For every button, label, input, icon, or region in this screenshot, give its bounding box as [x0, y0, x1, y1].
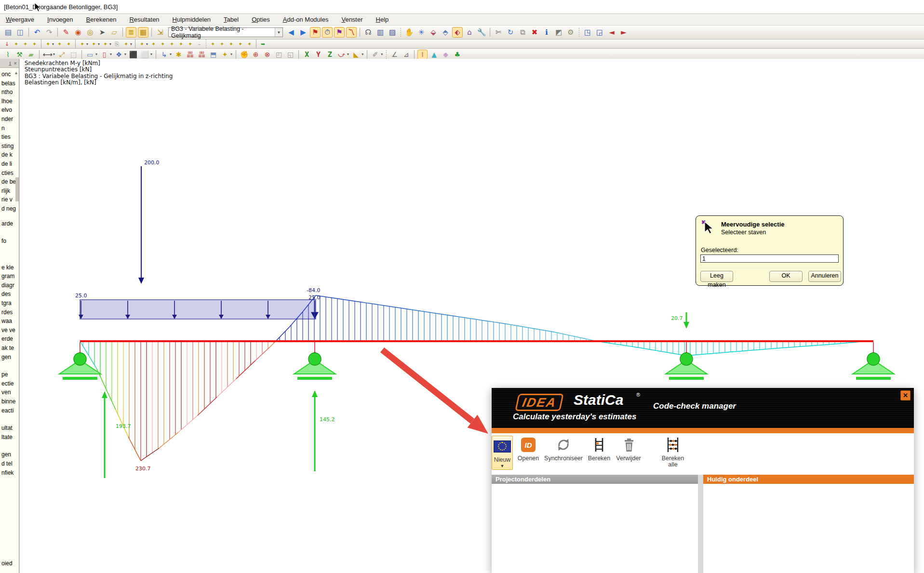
idea-id-icon: ID: [521, 438, 536, 452]
nieuw-button[interactable]: Nieuw▼: [492, 436, 513, 470]
multiple-selection-dialog: ✖ Meervoudige selectie Selecteer staven …: [696, 215, 844, 286]
idea-logo: IDEA: [515, 394, 564, 411]
ok-button[interactable]: OK: [769, 271, 803, 282]
panel-header-current: Huidig onderdeel: [703, 475, 914, 484]
openen-button[interactable]: IDOpenen: [517, 436, 539, 462]
trash-icon: [621, 437, 636, 453]
bereken-alle-button[interactable]: Bereken alle: [656, 436, 690, 468]
button-label: Verwijder: [616, 455, 641, 462]
selected-count-input[interactable]: [700, 254, 839, 263]
button-label: Synchroniseer: [544, 455, 583, 462]
svg-text:145.2: 145.2: [320, 416, 335, 423]
selected-label: Geselecteerd:: [701, 247, 738, 253]
verwijder-button[interactable]: Verwijder: [614, 436, 643, 462]
registered-mark: ®: [636, 392, 640, 398]
abacus-icon: [665, 437, 681, 453]
panel-body-project[interactable]: [492, 484, 698, 573]
ladder-icon: [592, 437, 606, 453]
dialog-separator: [699, 268, 841, 269]
synchroniseer-button[interactable]: Synchroniseer: [541, 436, 586, 462]
idea-statica-window: IDEA StatiCa ® Code-check manager Calcul…: [492, 388, 914, 573]
svg-text:230.7: 230.7: [135, 466, 151, 472]
panel-header-project: Projectonderdelen: [492, 475, 698, 484]
svg-text:25.0: 25.0: [308, 294, 321, 301]
svg-text:193.7: 193.7: [116, 423, 131, 429]
eu-flag-icon: [494, 440, 511, 453]
idea-logo-text: StatiCa: [574, 392, 623, 408]
panel-divider[interactable]: [698, 475, 703, 573]
tagline: Calculate yesterday's estimates: [513, 412, 636, 422]
select-cursor-icon: ✖: [701, 220, 714, 234]
button-label: Nieuw: [494, 457, 511, 463]
svg-text:-84.0: -84.0: [307, 287, 320, 293]
svg-text:25.0: 25.0: [75, 293, 87, 299]
panel-body-current[interactable]: [703, 484, 914, 573]
button-label: Bereken alle: [662, 455, 684, 468]
close-button[interactable]: ✕: [900, 390, 911, 400]
cancel-button[interactable]: Annuleren: [808, 271, 841, 282]
button-label: Openen: [518, 455, 539, 462]
button-label: Bereken: [588, 455, 611, 462]
dropdown-caret-icon[interactable]: ▼: [500, 464, 505, 468]
sync-icon: [556, 437, 571, 453]
idea-header: IDEA StatiCa ® Code-check manager Calcul…: [492, 388, 914, 428]
accent-bar: [492, 428, 914, 433]
dialog-title: Meervoudige selectie: [721, 221, 785, 228]
app-name: Code-check manager: [653, 401, 736, 411]
clear-button[interactable]: Leeg maken: [700, 271, 733, 282]
idea-toolbar: Nieuw▼IDOpenenSynchroniseerBerekenVerwij…: [492, 433, 914, 477]
mouse-cursor-icon: [34, 2, 41, 12]
dialog-subtitle: Selecteer staven: [721, 229, 766, 236]
bereken-button[interactable]: Bereken: [586, 436, 613, 462]
svg-text:20.7: 20.7: [671, 315, 683, 321]
svg-text:200.0: 200.0: [144, 160, 160, 166]
